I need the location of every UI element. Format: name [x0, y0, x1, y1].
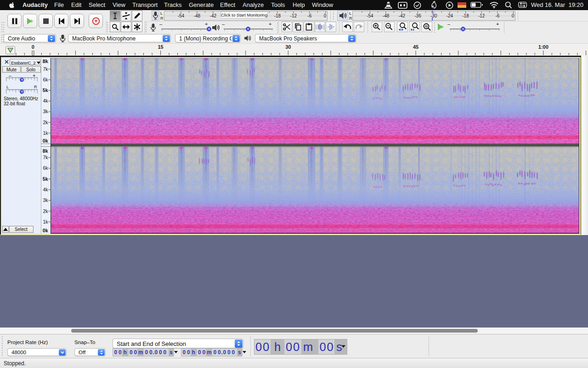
svg-text:0k: 0k: [43, 138, 48, 144]
svg-text:m: m: [207, 349, 212, 356]
svg-text:0: 0: [263, 340, 269, 353]
svg-text:45: 45: [413, 44, 418, 50]
svg-text:0: 0: [232, 349, 235, 356]
svg-text:0: 0: [130, 349, 133, 356]
svg-text:0k: 0k: [43, 228, 48, 233]
svg-text:0: 0: [214, 349, 217, 356]
svg-text:0: 0: [223, 349, 226, 356]
svg-text:0: 0: [159, 349, 162, 356]
svg-text:s: s: [170, 349, 173, 356]
svg-text:15: 15: [158, 44, 163, 50]
svg-text:0: 0: [155, 349, 158, 356]
svg-text:0: 0: [218, 349, 221, 356]
svg-text:.: .: [221, 349, 223, 356]
svg-text:4k: 4k: [43, 98, 48, 104]
svg-text:1k: 1k: [43, 219, 48, 224]
svg-text:0: 0: [183, 349, 186, 356]
svg-text:0: 0: [32, 44, 34, 50]
svg-text:h: h: [124, 349, 127, 356]
svg-text:7k: 7k: [43, 66, 48, 72]
svg-text:0: 0: [255, 340, 262, 353]
svg-text:0: 0: [145, 349, 148, 356]
svg-text:8k: 8k: [43, 58, 48, 64]
svg-text:5k: 5k: [43, 176, 48, 182]
svg-text:0: 0: [286, 340, 292, 353]
svg-text:s: s: [238, 349, 241, 356]
svg-text:.: .: [153, 349, 154, 356]
svg-text:1:00: 1:00: [538, 44, 548, 50]
svg-text:h: h: [274, 340, 281, 353]
svg-text:s: s: [336, 340, 342, 353]
svg-text:0: 0: [203, 349, 206, 356]
svg-text:30: 30: [285, 44, 291, 50]
svg-text:6k: 6k: [43, 165, 48, 171]
svg-text:0: 0: [187, 349, 190, 356]
svg-text:h: h: [192, 349, 195, 356]
svg-text:6k: 6k: [43, 77, 48, 82]
svg-text:3k: 3k: [43, 197, 48, 203]
svg-text:m: m: [303, 340, 313, 353]
svg-text:0: 0: [149, 349, 153, 356]
svg-text:0: 0: [114, 349, 118, 356]
svg-text:0: 0: [293, 340, 300, 353]
svg-text:m: m: [138, 349, 143, 356]
svg-text:7k: 7k: [43, 155, 48, 160]
svg-text:0: 0: [164, 349, 167, 356]
svg-text:0: 0: [119, 349, 122, 356]
svg-text:0: 0: [198, 349, 201, 356]
svg-text:0: 0: [227, 349, 231, 356]
svg-text:0: 0: [134, 349, 137, 356]
svg-text:4k: 4k: [43, 187, 48, 192]
svg-text:1k: 1k: [43, 130, 48, 136]
svg-text:2k: 2k: [43, 120, 48, 125]
svg-text:8k: 8k: [43, 148, 48, 154]
svg-text:0: 0: [327, 340, 333, 353]
svg-text:0: 0: [319, 340, 326, 353]
svg-text:2k: 2k: [43, 208, 48, 214]
svg-text:3k: 3k: [43, 109, 48, 114]
svg-text:5k: 5k: [43, 87, 48, 93]
